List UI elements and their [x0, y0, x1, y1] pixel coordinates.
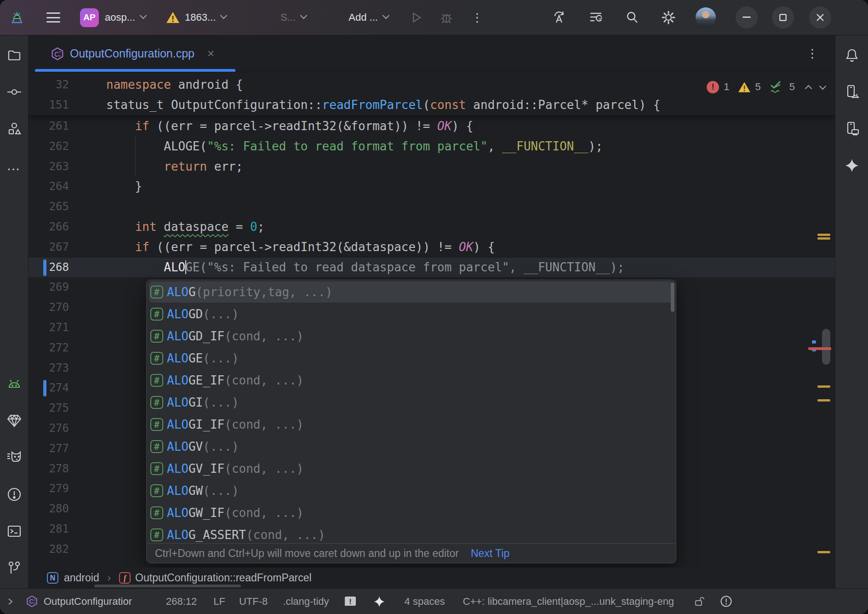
vcs-change-bar[interactable] [43, 259, 46, 276]
project-folder-icon[interactable] [5, 46, 23, 64]
line-number[interactable]: 276 [29, 419, 69, 439]
toolchain-widget[interactable]: C++: libcamera_client|aosp_...unk_stagin… [463, 596, 674, 608]
logcat-icon[interactable] [5, 375, 23, 393]
git-branch-icon[interactable] [5, 559, 23, 577]
indent-widget[interactable]: 4 spaces [405, 596, 445, 608]
warning-stripe-mark[interactable] [817, 385, 830, 388]
upgrade-assistant-icon[interactable] [551, 10, 567, 25]
more-tool-windows-icon[interactable]: … [5, 156, 23, 175]
vcs-branch-widget[interactable]: 1863... [166, 11, 226, 24]
warning-stripe-mark[interactable] [817, 234, 830, 236]
warning-stripe-mark[interactable] [817, 399, 830, 402]
status-file-name[interactable]: OutputConfiguratior [44, 596, 132, 608]
line-number[interactable]: 263 [29, 157, 69, 177]
line-number[interactable]: 275 [29, 398, 69, 419]
more-actions-kebab-icon[interactable]: ⋮ [471, 11, 483, 25]
inspections-widget[interactable]: ! 1 5 5 [707, 80, 825, 94]
line-number[interactable]: 281 [29, 519, 69, 539]
line-number[interactable]: 274 [29, 378, 69, 398]
commit-icon[interactable] [5, 83, 23, 101]
main-menu-icon[interactable] [46, 12, 60, 23]
window-minimize-button[interactable] [736, 6, 758, 29]
device-manager-icon[interactable] [843, 83, 861, 101]
feedback-icon[interactable] [344, 595, 357, 608]
line-number[interactable]: 282 [29, 539, 69, 560]
running-devices-icon[interactable] [843, 120, 861, 138]
code-line-261[interactable]: 261 if ((err = parcel->readInt32(&format… [29, 116, 835, 137]
code-line-263[interactable]: 263 return err; [29, 157, 835, 177]
gemini-sparkle-icon[interactable] [843, 156, 861, 175]
line-number[interactable]: 270 [29, 298, 69, 318]
completion-scrollbar-thumb[interactable] [671, 282, 674, 312]
notifications-bell-icon[interactable] [843, 46, 861, 64]
code-line-265[interactable]: 265 [29, 197, 835, 217]
completion-item[interactable]: #ALOGV_IF(cond, ...) [147, 458, 676, 480]
user-avatar[interactable] [696, 7, 716, 28]
profiler-cat-icon[interactable] [5, 448, 23, 467]
code-line-264[interactable]: 264 } [29, 177, 835, 197]
completion-item[interactable]: #ALOGE(...) [147, 347, 676, 369]
line-number[interactable]: 262 [29, 137, 69, 157]
search-icon[interactable] [625, 10, 640, 25]
app-quality-insights-gem-icon[interactable] [5, 412, 23, 430]
line-number[interactable]: 269 [29, 277, 69, 298]
line-number[interactable]: 151 [29, 95, 69, 115]
line-number[interactable]: 279 [29, 479, 69, 499]
code-line-266[interactable]: 266 int dataspace = 0; [29, 217, 835, 237]
run-button[interactable] [410, 11, 423, 24]
line-number[interactable]: 267 [29, 237, 69, 258]
task-list-icon[interactable] [588, 10, 604, 25]
warning-stripe-mark[interactable] [817, 237, 830, 240]
warning-stripe-mark[interactable] [817, 551, 830, 553]
error-indicator-icon[interactable] [720, 595, 732, 608]
completion-item[interactable]: #ALOGW_IF(cond, ...) [147, 502, 676, 524]
line-number[interactable]: 273 [29, 358, 69, 379]
settings-gear-icon[interactable] [661, 10, 676, 25]
previous-problem-chevron-icon[interactable] [805, 85, 812, 92]
tab-options-kebab-icon[interactable]: ⋮ [806, 46, 818, 61]
device-selector[interactable]: S... [280, 11, 306, 23]
window-close-button[interactable] [809, 6, 831, 29]
window-maximize-button[interactable] [772, 6, 794, 29]
code-line-268[interactable]: 268 ALOGE("%s: Failed to read dataspace … [29, 258, 835, 278]
code-line-262[interactable]: 262 ALOGE("%s: Failed to read format fro… [29, 137, 835, 157]
line-ending-widget[interactable]: LF [213, 596, 225, 608]
next-tip-link[interactable]: Next Tip [471, 547, 509, 560]
line-number[interactable]: 268 [29, 258, 69, 278]
caret-position-widget[interactable]: 268:12 [166, 596, 197, 608]
code-line-151[interactable]: 151status_t OutputConfiguration::readFro… [29, 95, 835, 115]
completion-item[interactable]: #ALOGD(...) [147, 303, 676, 325]
error-stripe-mark[interactable] [808, 347, 831, 350]
line-number[interactable]: 277 [29, 439, 69, 459]
tab-outputconfiguration-cpp[interactable]: C + + OutputConfiguration.cpp × [35, 35, 235, 72]
code-editor[interactable]: 261 if ((err = parcel->readInt32(&format… [29, 72, 835, 568]
completion-item[interactable]: #ALOGI_IF(cond, ...) [147, 413, 676, 436]
completion-item[interactable]: #ALOGV(...) [147, 436, 676, 458]
line-number[interactable]: 280 [29, 499, 69, 519]
line-number[interactable]: 271 [29, 318, 69, 338]
unlocked-padlock-icon[interactable] [693, 596, 705, 608]
next-problem-chevron-icon[interactable] [819, 82, 827, 90]
editor-scrollbar-thumb[interactable] [822, 329, 830, 365]
line-number[interactable]: 265 [29, 197, 69, 217]
completion-item[interactable]: #ALOGD_IF(cond, ...) [147, 325, 676, 347]
clang-tidy-widget[interactable]: .clang-tidy [283, 596, 329, 608]
encoding-widget[interactable]: UTF-8 [239, 596, 268, 608]
line-number[interactable]: 261 [29, 116, 69, 137]
completion-item[interactable]: #ALOGI(...) [147, 391, 676, 413]
line-number[interactable]: 278 [29, 459, 69, 479]
vcs-change-bar[interactable] [43, 380, 46, 396]
completion-item[interactable]: #ALOG(priority,tag, ...) [147, 281, 676, 303]
breadcrumb-namespace[interactable]: android [64, 572, 99, 584]
completion-item[interactable]: #ALOGW(...) [147, 480, 676, 502]
completion-item[interactable]: #ALOG_ASSERT(cond, ...) [147, 524, 676, 543]
breadcrumb-function[interactable]: OutputConfiguration::readFromParcel [135, 572, 312, 584]
line-number[interactable]: 264 [29, 177, 69, 197]
line-number[interactable]: 272 [29, 338, 69, 358]
tab-close-icon[interactable]: × [207, 46, 214, 61]
run-configuration-selector[interactable]: Add ... [348, 11, 388, 23]
line-number[interactable]: 266 [29, 217, 69, 237]
sparkle-ai-icon[interactable] [373, 596, 385, 608]
code-line-267[interactable]: 267 if ((err = parcel->readInt32(&datasp… [29, 237, 835, 258]
debug-button[interactable] [440, 11, 453, 24]
